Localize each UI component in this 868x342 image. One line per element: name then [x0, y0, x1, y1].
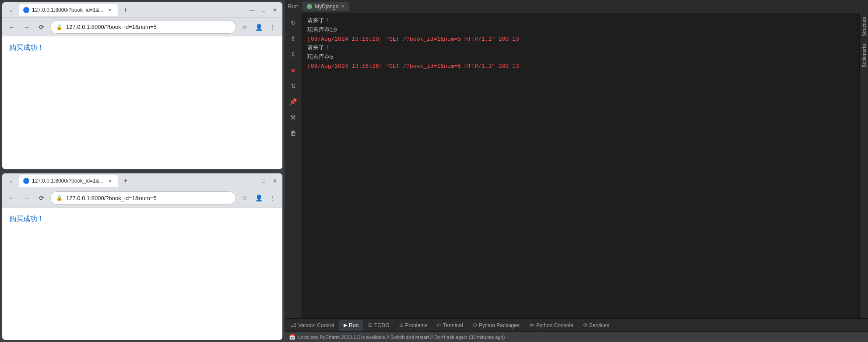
menu-btn-2[interactable]: ⋮ [267, 192, 279, 204]
toolbar-actions-1: ☆ 👤 ⋮ [239, 21, 279, 33]
structure-tab[interactable]: Structure [860, 13, 868, 40]
scroll-down-btn[interactable]: ⇩ [286, 47, 300, 61]
trash-btn[interactable]: 🗑 [286, 126, 300, 140]
window-controls-2: — □ ✕ [248, 177, 279, 185]
window-controls-1: — □ ✕ [248, 6, 279, 14]
browser-tab-1[interactable]: 127.0.0.1:8000/?book_id=1&... ✕ [19, 4, 118, 16]
back-btn-1[interactable]: ← [6, 21, 18, 33]
back-btn-2[interactable]: ← [6, 192, 18, 204]
ide-content: ↻ ⇧ ⇩ ■ ⇅ 📌 ⚒ 🗑 请来了！现有库存10[09/Aug/2024 1… [285, 13, 868, 318]
bottom-tab-todo[interactable]: ☑TODO [364, 320, 394, 331]
profile-btn-2[interactable]: 👤 [253, 192, 265, 204]
run-header: Run: MyDjango ✕ [285, 0, 868, 13]
run-tab-icon [307, 4, 312, 9]
tab-new-2[interactable]: + [120, 176, 131, 186]
scroll-up-btn[interactable]: ⇧ [286, 32, 300, 46]
bottom-tab-icon: ⚙ [583, 322, 587, 328]
purchase-success-1: 购买成功！ [9, 44, 44, 51]
reload-btn-1[interactable]: ⟳ [35, 21, 48, 33]
run-tab-label: MyDjango [315, 4, 338, 10]
forward-btn-1[interactable]: → [21, 21, 33, 33]
pin-btn[interactable]: 📌 [286, 95, 300, 109]
bottom-tab-terminal[interactable]: ▭Terminal [432, 320, 467, 331]
bottom-tab-services[interactable]: ⚙Services [579, 320, 614, 331]
menu-btn-1[interactable]: ⋮ [267, 21, 279, 33]
forward-btn-2[interactable]: → [21, 192, 33, 204]
bottom-tab-label: Python Packages [479, 322, 520, 328]
browser-titlebar-2: ⌄ 127.0.0.1:8000/?book_id=1&... ✕ + — □ … [2, 173, 282, 189]
wrench-btn[interactable]: ⚒ [286, 110, 300, 124]
minimize-btn-2[interactable]: — [248, 177, 256, 185]
profile-btn-1[interactable]: 👤 [253, 21, 265, 33]
bottom-tab-icon: ▭ [437, 322, 441, 328]
tab-close-2[interactable]: ✕ [106, 177, 113, 184]
console-line: [09/Aug/2024 13:16:20] "GET /?book_id=1&… [307, 35, 854, 44]
bottom-tab-label: Services [589, 322, 609, 328]
tab-close-1[interactable]: ✕ [106, 7, 113, 14]
address-text-2: 127.0.0.1:8000/?book_id=1&num=5 [66, 195, 230, 201]
bottom-tab-icon: ⚠ [399, 322, 404, 328]
bottom-tab-python-packages[interactable]: ⬡Python Packages [468, 320, 524, 331]
tab-label-2: 127.0.0.1:8000/?book_id=1&... [32, 178, 104, 184]
bookmark-btn-2[interactable]: ☆ [239, 192, 251, 204]
bottom-tab-icon: ⬡ [473, 322, 477, 328]
bottom-tab-label: Terminal [443, 322, 463, 328]
bookmarks-tab[interactable]: Bookmarks [860, 40, 868, 71]
browser-tab-2[interactable]: 127.0.0.1:8000/?book_id=1&... ✕ [19, 175, 118, 187]
toolbar-actions-2: ☆ 👤 ⋮ [239, 192, 279, 204]
rerun-btn[interactable]: ↻ [286, 16, 300, 30]
bottom-tab-python-console[interactable]: ≫Python Console [525, 320, 578, 331]
maximize-btn-1[interactable]: □ [260, 6, 267, 14]
wrap-btn[interactable]: ⇅ [286, 79, 300, 93]
address-text-1: 127.0.0.1:8000/?book_id=1&num=5 [66, 24, 230, 30]
right-panel: Run: MyDjango ✕ ↻ ⇧ ⇩ ■ ⇅ 📌 ⚒ 🗑 请来了！现有库存… [285, 0, 868, 342]
run-label: Run: [288, 4, 299, 10]
console-line: 请来了！ [307, 17, 854, 26]
run-tab-close[interactable]: ✕ [341, 4, 344, 9]
browser-window-2: ⌄ 127.0.0.1:8000/?book_id=1&... ✕ + — □ … [2, 173, 283, 341]
left-panel: ⌄ 127.0.0.1:8000/?book_id=1&... ✕ + — □ … [0, 0, 285, 342]
browser-content-2: 购买成功！ [2, 208, 282, 340]
lock-icon-2: 🔒 [56, 195, 63, 201]
bookmark-btn-1[interactable]: ☆ [239, 21, 251, 33]
browser-titlebar-1: ⌄ 127.0.0.1:8000/?book_id=1&... ✕ + — □ … [2, 2, 282, 18]
bottom-tab-version-control[interactable]: ⎇Version Control [286, 320, 338, 331]
maximize-btn-2[interactable]: □ [260, 177, 267, 185]
close-btn-1[interactable]: ✕ [271, 6, 279, 14]
bottom-tab-label: Run [349, 322, 358, 328]
bottom-tab-icon: ☑ [368, 322, 373, 328]
bottom-tab-label: Problems [405, 322, 428, 328]
purchase-success-2: 购买成功！ [9, 215, 44, 222]
stop-btn[interactable]: ■ [286, 63, 300, 77]
browser-window-1: ⌄ 127.0.0.1:8000/?book_id=1&... ✕ + — □ … [2, 2, 283, 169]
status-bar: 📅 Localized PyCharm 2023.1.5 is availabl… [285, 331, 868, 342]
bottom-tabs: ⎇Version Control▶Run☑TODO⚠Problems▭Termi… [285, 318, 868, 331]
side-tabs-right: Structure Bookmarks [859, 13, 868, 318]
browser-toolbar-1: ← → ⟳ 🔒 127.0.0.1:8000/?book_id=1&num=5 … [2, 18, 282, 36]
console-line: 现有库存5 [307, 53, 854, 62]
bottom-tab-icon: ≫ [529, 322, 534, 328]
bottom-tab-problems[interactable]: ⚠Problems [395, 320, 432, 331]
reload-btn-2[interactable]: ⟳ [35, 192, 48, 204]
tab-new-1[interactable]: + [120, 5, 131, 15]
lock-icon-1: 🔒 [56, 24, 63, 30]
ide-left-toolbar: ↻ ⇧ ⇩ ■ ⇅ 📌 ⚒ 🗑 [285, 13, 302, 318]
console-line: [09/Aug/2024 13:16:26] "GET /?book_id=1&… [307, 62, 854, 71]
address-bar-1[interactable]: 🔒 127.0.0.1:8000/?book_id=1&num=5 [50, 21, 236, 34]
close-btn-2[interactable]: ✕ [271, 177, 279, 185]
bottom-tab-icon: ▶ [344, 322, 347, 328]
minimize-btn-1[interactable]: — [248, 6, 256, 14]
console-output: 请来了！现有库存10[09/Aug/2024 13:16:20] "GET /?… [302, 13, 859, 318]
status-text: Localized PyCharm 2023.1.5 is available … [298, 335, 505, 340]
address-bar-2[interactable]: 🔒 127.0.0.1:8000/?book_id=1&num=5 [50, 191, 236, 204]
browser-toolbar-2: ← → ⟳ 🔒 127.0.0.1:8000/?book_id=1&num=5 … [2, 189, 282, 208]
console-line: 请来了！ [307, 44, 854, 53]
tab-chevron-2[interactable]: ⌄ [6, 176, 16, 186]
bottom-tab-label: Python Console [536, 322, 573, 328]
bottom-tab-run[interactable]: ▶Run [339, 320, 363, 331]
tab-chevron-1[interactable]: ⌄ [6, 5, 16, 15]
bottom-tab-icon: ⎇ [291, 322, 296, 328]
bottom-tab-label: TODO [374, 322, 389, 328]
status-icon: 📅 [289, 334, 295, 340]
run-tab[interactable]: MyDjango ✕ [302, 2, 349, 11]
